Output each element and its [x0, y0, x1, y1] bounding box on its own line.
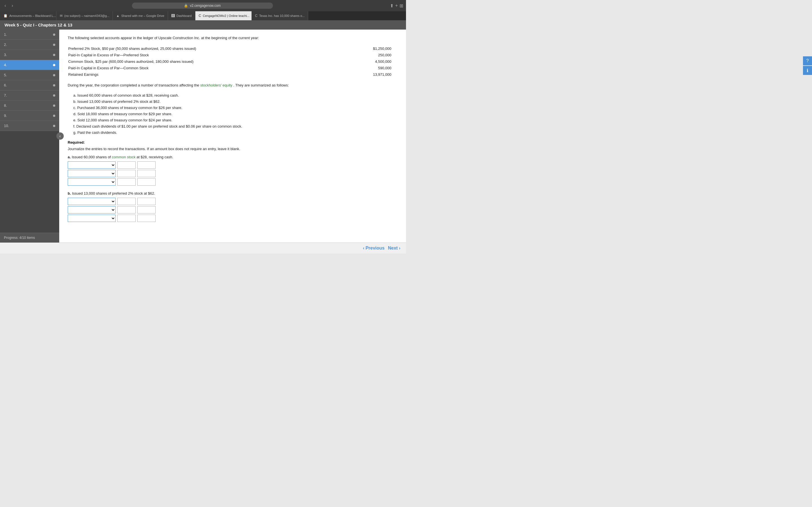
- journalize-text: Journalize the entries to record the tra…: [68, 147, 398, 151]
- grid-icon[interactable]: ⊞: [400, 3, 403, 8]
- tab-favicon: C: [255, 14, 258, 18]
- tab-favicon: 📋: [3, 14, 8, 18]
- question-area: The following selected accounts appear i…: [59, 30, 406, 242]
- app-container: Week 5 - Quiz I - Chapters 12 & 13 1.2.3…: [0, 20, 406, 253]
- browser-chrome: ‹ › 🔒 v2.cengagenow.com ⬆ + ⊞: [0, 0, 406, 11]
- sidebar-spacer: [0, 131, 59, 233]
- journal-row-a1: [68, 161, 398, 169]
- sidebar-item-6[interactable]: 6.: [0, 80, 59, 91]
- tab-texas[interactable]: CTexas Inc. has 10,000 shares o...: [252, 11, 308, 20]
- account-select-b2[interactable]: [68, 206, 116, 214]
- debit-input-a2[interactable]: [117, 170, 136, 177]
- credit-input-a3[interactable]: [137, 178, 156, 186]
- status-dot: [53, 115, 55, 117]
- section-b-label: b. Issued 13,000 shares of preferred 2% …: [68, 191, 398, 195]
- tab-gmail[interactable]: ✉(no subject) – naimam4343@g...: [56, 11, 113, 20]
- transaction-item: c. Purchased 36,000 shares of treasury c…: [73, 105, 398, 111]
- account-select-a2[interactable]: [68, 170, 116, 177]
- share-icon[interactable]: ⬆: [390, 3, 394, 8]
- tab-announcements[interactable]: 📋Announcements – Blackboard L...: [0, 11, 56, 20]
- sidebar-item-2[interactable]: 2.: [0, 40, 59, 50]
- tabs-bar: 📋Announcements – Blackboard L...✉(no sub…: [0, 11, 406, 20]
- content-area: 1.2.3.4.5.6.7.8.9.10.Progress: 4/10 item…: [0, 30, 406, 242]
- account-select-b1[interactable]: [68, 198, 116, 205]
- account-row: Common Stock, $25 par (600,000 shares au…: [68, 59, 397, 64]
- debit-input-a1[interactable]: [117, 161, 136, 169]
- sidebar-item-3[interactable]: 3.: [0, 50, 59, 60]
- tab-favicon: ▲: [116, 14, 119, 18]
- next-button[interactable]: Next ›: [388, 245, 400, 251]
- transaction-item: d. Sold 18,000 shares of treasury common…: [73, 111, 398, 117]
- credit-input-b3[interactable]: [137, 215, 156, 222]
- section-a: a. Issued 60,000 shares of common stock …: [68, 155, 398, 186]
- quiz-header: Week 5 - Quiz I - Chapters 12 & 13: [0, 20, 406, 30]
- debit-input-b3[interactable]: [117, 215, 136, 222]
- section-a-label: a. Issued 60,000 shares of common stock …: [68, 155, 398, 159]
- sidebar-item-1[interactable]: 1.: [0, 30, 59, 40]
- sidebar-item-8[interactable]: 8.: [0, 101, 59, 111]
- add-tab-icon[interactable]: +: [395, 3, 398, 8]
- transaction-item: b. Issued 13,000 shares of preferred 2% …: [73, 99, 398, 105]
- required-label: Required:: [68, 140, 398, 145]
- tab-cengage[interactable]: CCengageNOWv2 | Online teachi...: [195, 11, 252, 20]
- debit-input-a3[interactable]: [117, 178, 136, 186]
- sidebar-item-4[interactable]: 4.: [0, 60, 59, 70]
- forward-button[interactable]: ›: [10, 2, 15, 9]
- status-dot: [53, 125, 55, 127]
- chevron-left-icon: ‹: [363, 245, 364, 251]
- previous-button[interactable]: ‹ Previous: [363, 245, 385, 251]
- credit-input-b2[interactable]: [137, 206, 156, 214]
- credit-input-a2[interactable]: [137, 170, 156, 177]
- progress-area: Progress: 4/10 items: [0, 233, 59, 242]
- account-select-a3[interactable]: [68, 178, 116, 186]
- journal-row-a3: [68, 178, 398, 186]
- credit-input-b1[interactable]: [137, 198, 156, 205]
- transaction-item: a. Issued 60,000 shares of common stock …: [73, 93, 398, 99]
- lock-icon: 🔒: [184, 4, 188, 8]
- journal-row-b3: [68, 215, 398, 222]
- account-row: Retained Earnings13,971,000: [68, 71, 397, 77]
- collapse-sidebar-button[interactable]: ‹: [56, 132, 64, 140]
- account-select-b3[interactable]: [68, 215, 116, 222]
- sidebar-item-9[interactable]: 9.: [0, 111, 59, 121]
- status-dot: [53, 94, 55, 97]
- nav-footer: ‹ Previous Next ›: [0, 242, 406, 253]
- transactions-list: a. Issued 60,000 shares of common stock …: [73, 93, 398, 136]
- status-dot: [53, 105, 55, 107]
- status-dot: [53, 74, 55, 76]
- transactions-intro: During the year, the corporation complet…: [68, 82, 398, 89]
- tab-drive[interactable]: ▲Shared with me – Google Drive: [113, 11, 168, 20]
- journal-row-b1: [68, 198, 398, 205]
- debit-input-b2[interactable]: [117, 206, 136, 214]
- transaction-item: g. Paid the cash dividends.: [73, 129, 398, 136]
- journal-row-b2: [68, 206, 398, 214]
- account-row: Preferred 2% Stock, $50 par (50,000 shar…: [68, 46, 397, 52]
- sidebar: 1.2.3.4.5.6.7.8.9.10.Progress: 4/10 item…: [0, 30, 59, 242]
- sidebar-item-10[interactable]: 10.: [0, 121, 59, 131]
- question-intro: The following selected accounts appear i…: [68, 35, 398, 41]
- address-bar[interactable]: 🔒 v2.cengagenow.com: [132, 3, 273, 9]
- status-dot: [53, 64, 55, 66]
- transaction-item: f. Declared cash dividends of $1.00 per …: [73, 123, 398, 129]
- browser-actions: ⬆ + ⊞: [390, 3, 403, 8]
- chevron-right-icon: ›: [399, 245, 400, 251]
- account-select-a1[interactable]: [68, 161, 116, 169]
- sidebar-item-5[interactable]: 5.: [0, 70, 59, 80]
- tab-favicon: ✉: [60, 14, 63, 18]
- account-row: Paid-In Capital in Excess of Par—Common …: [68, 65, 397, 71]
- tab-favicon: C: [199, 14, 201, 18]
- status-dot: [53, 34, 55, 36]
- tab-favicon: 🅱: [171, 14, 175, 18]
- sidebar-item-7[interactable]: 7.: [0, 91, 59, 101]
- common-stock-link[interactable]: common stock: [112, 155, 136, 159]
- back-button[interactable]: ‹: [3, 2, 8, 9]
- debit-input-b1[interactable]: [117, 198, 136, 205]
- status-dot: [53, 54, 55, 56]
- stockholders-equity-link[interactable]: stockholders' equity: [200, 83, 232, 87]
- status-dot: [53, 44, 55, 46]
- next-label: Next: [388, 245, 398, 251]
- tab-dashboard[interactable]: 🅱Dashboard: [168, 11, 195, 20]
- journal-row-a2: [68, 170, 398, 177]
- credit-input-a1[interactable]: [137, 161, 156, 169]
- quiz-title: Week 5 - Quiz I - Chapters 12 & 13: [4, 22, 72, 27]
